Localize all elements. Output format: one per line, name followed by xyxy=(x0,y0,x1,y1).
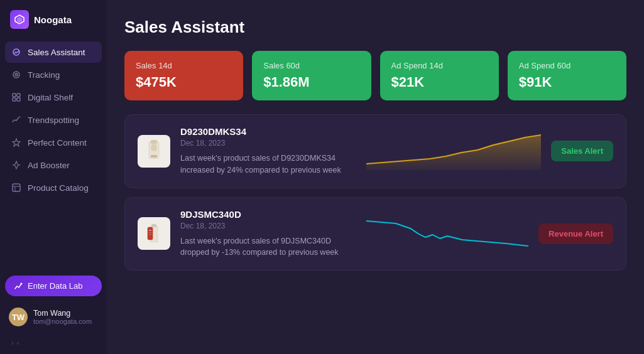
svg-rect-7 xyxy=(17,94,20,97)
avatar: TW xyxy=(9,308,28,326)
svg-rect-6 xyxy=(13,94,16,97)
sidebar-item-digital-shelf-label: Digital Shelf xyxy=(28,93,73,102)
product-desc-2: Last week's product sales of 9DJSMC340Dd… xyxy=(180,235,356,259)
product-date-2: Dec 18, 2023 xyxy=(180,222,356,230)
logo-icon xyxy=(10,10,29,29)
kpi-label-sales-14d: Sales 14d xyxy=(136,61,232,70)
svg-rect-19 xyxy=(151,224,156,227)
svg-point-16 xyxy=(151,144,157,151)
svg-rect-22 xyxy=(149,232,151,233)
revenue-alert-badge[interactable]: Revenue Alert xyxy=(538,223,613,244)
alert-card-2[interactable]: 9DJSMC340D Dec 18, 2023 Last week's prod… xyxy=(124,197,626,271)
svg-rect-10 xyxy=(13,184,20,191)
product-desc-1: Last week's product sales of D9230DMKS34… xyxy=(180,153,356,176)
kpi-row: Sales 14d $475K Sales 60d $1.86M Ad Spen… xyxy=(124,51,626,100)
sidebar-item-ad-booster[interactable]: Ad Booster xyxy=(5,154,102,176)
tracking-icon xyxy=(11,70,21,80)
page-title: Sales Assistant xyxy=(124,18,626,37)
kpi-card-ad-spend-60d[interactable]: Ad Spend 60d $91K xyxy=(508,51,626,100)
user-area: TW Tom Wang tom@noogata.com xyxy=(5,303,102,329)
svg-rect-17 xyxy=(151,155,157,158)
svg-rect-21 xyxy=(149,230,151,231)
chart-area-1 xyxy=(366,132,541,170)
kpi-value-sales-60d: $1.86M xyxy=(263,74,359,90)
svg-rect-20 xyxy=(148,227,153,240)
logo-area: Noogata xyxy=(0,10,107,41)
kpi-card-ad-spend-14d[interactable]: Ad Spend 14d $21K xyxy=(380,51,499,100)
chart-area-2 xyxy=(366,215,528,252)
kpi-card-sales-14d[interactable]: Sales 14d $475K xyxy=(124,51,243,100)
kpi-label-sales-60d: Sales 60d xyxy=(263,61,359,70)
alert-card-1[interactable]: D9230DMKS34 Dec 18, 2023 Last week's pro… xyxy=(124,114,626,188)
product-thumb-2 xyxy=(138,217,170,250)
user-email: tom@noogata.com xyxy=(33,318,92,325)
kpi-label-ad-spend-60d: Ad Spend 60d xyxy=(519,61,615,70)
svg-marker-1 xyxy=(17,17,22,23)
sales-alert-badge[interactable]: Sales Alert xyxy=(551,141,613,161)
sidebar-item-sales-assistant-label: Sales Assistant xyxy=(28,48,85,57)
svg-rect-23 xyxy=(149,234,151,235)
kpi-card-sales-60d[interactable]: Sales 60d $1.86M xyxy=(252,51,371,100)
svg-point-5 xyxy=(16,74,17,75)
kpi-value-sales-14d: $475K xyxy=(136,74,232,90)
sidebar-item-product-catalog-label: Product Catalog xyxy=(28,183,89,193)
product-catalog-icon xyxy=(11,183,21,193)
kpi-label-ad-spend-14d: Ad Spend 14d xyxy=(391,61,488,70)
sidebar-item-ad-booster-label: Ad Booster xyxy=(28,161,70,170)
svg-rect-8 xyxy=(13,98,16,101)
product-date-1: Dec 18, 2023 xyxy=(180,139,356,148)
digital-shelf-icon xyxy=(11,92,21,102)
main-content: Sales Assistant Sales 14d $475K Sales 60… xyxy=(107,0,644,354)
svg-point-13 xyxy=(21,282,23,284)
sales-assistant-icon xyxy=(11,47,21,57)
kpi-value-ad-spend-14d: $21K xyxy=(391,74,488,90)
sidebar-item-trendspotting[interactable]: Trendspotting xyxy=(5,109,102,131)
kpi-value-ad-spend-60d: $91K xyxy=(519,74,615,90)
product-thumb-1 xyxy=(138,135,170,168)
product-info-2: 9DJSMC340D Dec 18, 2023 Last week's prod… xyxy=(180,209,356,259)
product-id-2: 9DJSMC340D xyxy=(180,209,356,220)
svg-rect-9 xyxy=(17,98,20,101)
alert-cards: D9230DMKS34 Dec 18, 2023 Last week's pro… xyxy=(124,114,626,271)
sidebar-item-tracking[interactable]: Tracking xyxy=(5,64,102,85)
sidebar-item-perfect-content[interactable]: Perfect Content xyxy=(5,132,102,153)
enter-lab-label: Enter Data Lab xyxy=(28,281,82,291)
sidebar-item-digital-shelf[interactable]: Digital Shelf xyxy=(5,87,102,108)
sidebar-item-product-catalog[interactable]: Product Catalog xyxy=(5,177,102,198)
svg-rect-15 xyxy=(151,140,157,144)
collapse-hint[interactable]: › ‹ xyxy=(5,335,102,346)
perfect-content-icon xyxy=(11,137,21,148)
logo-text: Noogata xyxy=(34,14,72,25)
trendspotting-icon xyxy=(11,115,21,125)
sidebar-item-perfect-content-label: Perfect Content xyxy=(28,138,87,148)
ad-booster-icon xyxy=(11,160,21,170)
sidebar: Noogata Sales Assistant Tracking xyxy=(0,0,107,354)
product-id-1: D9230DMKS34 xyxy=(180,126,356,137)
nav-items: Sales Assistant Tracking Di xyxy=(0,41,107,276)
enter-data-lab-button[interactable]: Enter Data Lab xyxy=(5,276,102,296)
user-name: Tom Wang xyxy=(33,309,92,318)
sidebar-item-tracking-label: Tracking xyxy=(28,70,60,80)
user-info: Tom Wang tom@noogata.com xyxy=(33,309,92,325)
product-info-1: D9230DMKS34 Dec 18, 2023 Last week's pro… xyxy=(180,126,356,176)
sidebar-item-trendspotting-label: Trendspotting xyxy=(28,115,79,125)
sidebar-bottom: Enter Data Lab TW Tom Wang tom@noogata.c… xyxy=(0,276,107,346)
sidebar-item-sales-assistant[interactable]: Sales Assistant xyxy=(5,41,102,63)
